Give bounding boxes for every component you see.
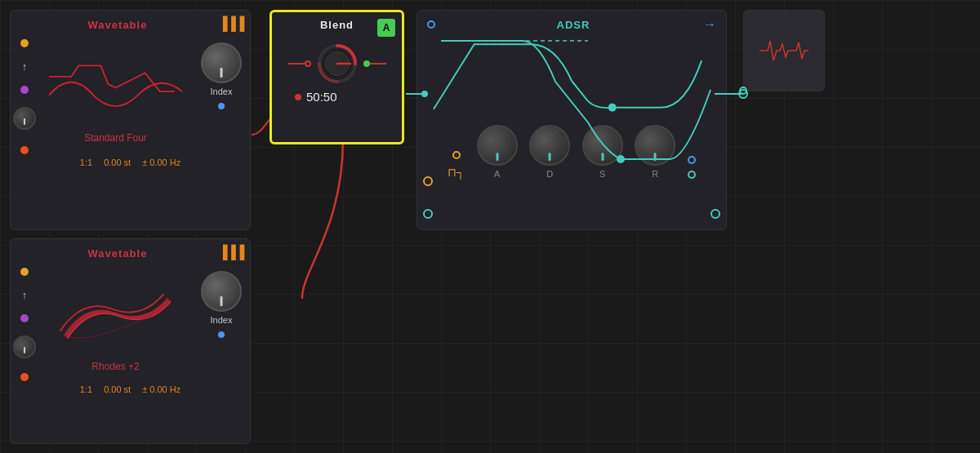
adsr-envelope-display [417,32,726,122]
wavetable-bottom-header: Wavetable ▐▐▐ [11,239,250,264]
dot-purple-bottom [20,314,29,322]
teal-arrow-icon: → [703,17,716,32]
dot-orange-top [20,146,29,154]
adsr-knob-a[interactable] [477,125,518,166]
output-module [743,10,825,91]
adsr-title: ADSR [557,12,590,34]
blend-knob[interactable] [314,41,360,87]
adsr-knobs-row: ⊓┐ A D S R [417,122,726,182]
arrow-up-icon: ↑ [22,60,28,73]
preset-name-bottom: Rhodes +2 [33,361,198,372]
stat-ratio-bottom: 1:1 [80,384,92,394]
bars-icon-top: ▐▐▐ [218,16,243,31]
stat-ratio-top: 1:1 [80,158,92,167]
adsr-label-s: S [599,169,605,179]
index-knob-top[interactable] [201,42,242,83]
red-dot-below-knob [295,94,301,100]
adsr-knob-group-d: D [529,125,570,179]
dot-orange-bottom [20,373,29,381]
adsr-label-a: A [494,169,500,179]
adsr-header: ADSR → [417,11,726,32]
dot-blue-index-top [218,103,225,109]
main-container: Wavetable ▐▐▐ ↑ [0,0,980,453]
dot-yellow-bottom [20,268,29,276]
adsr-label-d: D [546,169,553,179]
stat-semitones-top: 0.00 st [104,158,131,167]
stat-hz-top: ± 0.00 Hz [142,158,180,167]
pulse-icon: ⊓┐ [448,166,465,179]
adsr-blue-dot-right [688,156,696,164]
waveform-display-bottom [42,268,189,358]
knob-small-bottom-left[interactable] [13,335,36,358]
adsr-input-dot [427,20,435,29]
wavetable-top-title: Wavetable [17,12,218,34]
index-knob-bottom[interactable] [201,271,242,312]
adsr-knob-s[interactable] [582,125,623,166]
dot-purple-top [20,86,29,94]
arrow-up-icon-bottom: ↑ [22,289,28,301]
waveform-display-top [42,39,189,129]
wavetable-bottom-title: Wavetable [17,241,218,263]
knob-small-top-left[interactable] [13,107,36,130]
preset-name-top: Standard Four [33,132,198,144]
adsr-knob-group-a: A [477,125,518,179]
wavetable-top-stats: 1:1 0.00 st ± 0.00 Hz [11,154,250,172]
adsr-right-controls: → [703,17,716,32]
index-label-top: Index [211,87,233,96]
dot-yellow-top [20,39,29,47]
stat-hz-bottom: ± 0.00 Hz [142,384,180,394]
svg-point-17 [608,104,617,112]
bars-icon-bottom: ▐▐▐ [218,245,243,260]
adsr-yellow-dot [452,151,461,159]
adsr-knob-d[interactable] [529,125,570,166]
wavetable-top-header: Wavetable ▐▐▐ [11,11,250,36]
wavetable-bottom-module: Wavetable ▐▐▐ ↑ [10,238,251,444]
index-label-bottom: Index [211,315,233,325]
wavetable-bottom-stats: 1:1 0.00 st ± 0.00 Hz [11,381,250,399]
adsr-knob-group-s: S [582,125,623,179]
blend-module: A Blend [270,10,404,144]
output-teal-dot [739,87,747,95]
dot-blue-index-bottom [218,331,225,338]
adsr-label-r: R [652,169,658,179]
stat-semitones-bottom: 0.00 st [104,384,131,394]
adsr-module: ADSR → ⊓┐ [416,10,727,230]
wavetable-top-module: Wavetable ▐▐▐ ↑ [10,10,251,230]
adsr-knob-group-r: R [635,125,675,179]
adsr-teal-dot-right [688,171,696,179]
adsr-knob-r[interactable] [635,125,675,166]
